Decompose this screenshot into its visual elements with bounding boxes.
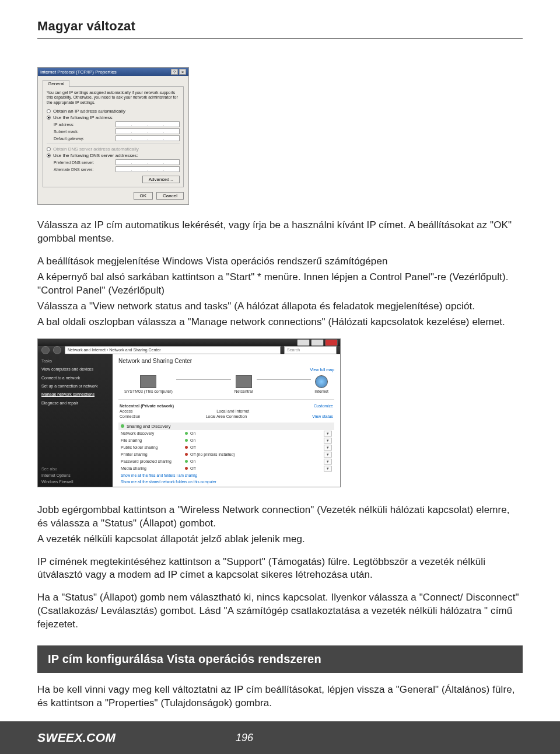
ip-properties-dialog: Internet Protocol (TCP/IP) Properties ? …: [37, 67, 189, 205]
subnet-mask-label: Subnet mask:: [54, 130, 79, 134]
view-full-map-link[interactable]: View full map: [310, 368, 334, 372]
chevron-down-icon[interactable]: ▾: [324, 445, 332, 451]
row-label: Media sharing: [121, 466, 185, 470]
radio-use-following-dns[interactable]: Use the following DNS server addresses:: [47, 153, 180, 158]
nav-forward-icon[interactable]: [53, 346, 61, 354]
computer-icon: [140, 375, 156, 388]
footer-link-1[interactable]: Show me all the files and folders I am s…: [118, 472, 334, 479]
vista-sidebar: Tasks View computers and devices Connect…: [38, 354, 113, 487]
view-status-link[interactable]: View status: [312, 414, 333, 418]
minimize-icon[interactable]: [297, 339, 310, 346]
alternate-dns-input[interactable]: ...: [116, 166, 180, 172]
radio-use-following-ip[interactable]: Use the following IP address:: [47, 115, 180, 120]
customize-link[interactable]: Customize: [314, 404, 333, 408]
dialog-titlebar: Internet Protocol (TCP/IP) Properties ? …: [38, 68, 188, 76]
vista-network-center-window: Network and Internet › Network and Shari…: [37, 338, 341, 487]
map-node-internet-label: Internet: [314, 389, 328, 393]
paragraph-5: Ha a "Status" (Állapot) gomb nem választ…: [37, 591, 523, 631]
sidebar-seealso-header: See also: [41, 467, 109, 471]
dialog-title: Internet Protocol (TCP/IP) Properties: [40, 69, 117, 75]
map-node-network-label: Netcentral: [235, 389, 253, 393]
status-dot-icon: [185, 446, 188, 449]
radio-label: Obtain an IP address automatically: [53, 109, 125, 114]
status-dot-icon: [185, 439, 188, 442]
radio-obtain-ip-auto[interactable]: Obtain an IP address automatically: [47, 109, 180, 114]
sidebar-item-diagnose-repair[interactable]: Diagnose and repair: [41, 401, 109, 406]
row-public-folder-sharing: Public folder sharing Off ▾: [118, 444, 334, 451]
network-map: SYSTM03 (This computer) Netcentral Inter…: [118, 373, 334, 400]
default-gateway-input[interactable]: ...: [116, 135, 180, 141]
network-icon: [236, 375, 252, 388]
chevron-down-icon[interactable]: ▾: [324, 438, 332, 444]
chevron-down-icon[interactable]: ▾: [324, 452, 332, 458]
row-network-discovery: Network discovery On ▾: [118, 430, 334, 437]
paragraph-2b: A képernyő bal alsó sarkában kattintson …: [37, 271, 523, 298]
row-value: Off (no printers installed): [190, 452, 324, 456]
paragraph-2c: Válassza a "View network status and task…: [37, 300, 523, 313]
cancel-button[interactable]: Cancel: [156, 192, 184, 200]
sidebar-tasks-header: Tasks: [41, 359, 109, 364]
chevron-down-icon[interactable]: ▾: [324, 459, 332, 465]
access-value: Local and Internet: [216, 409, 249, 413]
ip-address-label: IP address:: [54, 123, 74, 127]
breadcrumb[interactable]: Network and Internet › Network and Shari…: [65, 346, 281, 354]
header-rule: [37, 39, 523, 39]
map-node-internet: Internet: [314, 375, 328, 393]
sidebar-item-internet-options[interactable]: Internet Options: [41, 473, 109, 477]
section-heading-ip-config-vista: IP cím konfigurálása Vista operációs ren…: [37, 645, 523, 673]
map-node-pc-label: SYSTM03 (This computer): [124, 389, 173, 393]
help-icon[interactable]: ?: [171, 69, 178, 75]
status-dot-icon: [121, 424, 124, 428]
ok-button[interactable]: OK: [134, 192, 153, 200]
search-input[interactable]: Search: [284, 346, 337, 354]
sidebar-item-setup-connection[interactable]: Set up a connection or network: [41, 384, 109, 389]
page-footer: SWEEX.COM 196: [0, 721, 560, 754]
advanced-button[interactable]: Advanced...: [142, 176, 180, 183]
status-dot-icon: [185, 460, 188, 463]
paragraph-4: IP címének megtekintéséhez kattintson a …: [37, 556, 523, 582]
maximize-icon[interactable]: [311, 339, 324, 346]
paragraph-6: Ha be kell vinni vagy meg kell változtat…: [37, 683, 523, 710]
footer-page-number: 196: [210, 732, 253, 743]
tab-general[interactable]: General: [43, 80, 69, 87]
close-icon[interactable]: [325, 339, 338, 346]
nav-back-icon[interactable]: [41, 346, 50, 354]
dialog-description: You can get IP settings assigned automat…: [47, 90, 180, 105]
row-password-protected-sharing: Password protected sharing On ▾: [118, 458, 334, 465]
preferred-dns-input[interactable]: ...: [116, 159, 180, 165]
chevron-down-icon[interactable]: ▾: [324, 466, 332, 472]
sidebar-item-connect-network[interactable]: Connect to a network: [41, 376, 109, 381]
sidebar-item-view-computers[interactable]: View computers and devices: [41, 367, 109, 372]
preferred-dns-label: Preferred DNS server:: [54, 160, 94, 165]
row-printer-sharing: Printer sharing Off (no printers install…: [118, 451, 334, 458]
radio-label: Use the following IP address:: [53, 115, 113, 120]
sharing-discovery-header: Sharing and Discovery: [118, 423, 334, 430]
status-dot-icon: [185, 453, 188, 456]
alternate-dns-label: Alternate DNS server:: [54, 167, 93, 172]
sidebar-item-manage-connections[interactable]: Manage network connections: [41, 392, 109, 397]
radio-label: Use the following DNS server addresses:: [53, 153, 138, 158]
paragraph-2d: A bal oldali oszlopban válassza a "Manag…: [37, 316, 523, 329]
vista-toolbar: Network and Internet › Network and Shari…: [38, 346, 340, 354]
footer-link-2[interactable]: Show me all the shared network folders o…: [118, 479, 334, 485]
vista-content: Network and Sharing Center View full map…: [113, 354, 340, 487]
search-placeholder: Search: [287, 348, 300, 352]
ip-address-input[interactable]: ...: [116, 121, 180, 127]
chevron-down-icon[interactable]: ▾: [324, 431, 332, 437]
close-icon[interactable]: ×: [179, 69, 186, 75]
row-value: On: [190, 431, 324, 435]
network-center-title: Network and Sharing Center: [118, 358, 334, 364]
sidebar-item-windows-firewall[interactable]: Windows Firewall: [41, 480, 109, 484]
paragraph-1: Válassza az IP cím automatikus lekérését…: [37, 219, 523, 246]
footer-brand: SWEEX.COM: [0, 731, 210, 745]
radio-obtain-dns-auto[interactable]: Obtain DNS server address automatically: [47, 146, 180, 152]
subnet-mask-input[interactable]: ...: [116, 128, 180, 134]
network-name-label: Netcentral (Private network): [120, 404, 174, 408]
radio-icon: [47, 147, 51, 151]
row-file-sharing: File sharing On ▾: [118, 437, 334, 444]
connection-label: Connection: [120, 414, 140, 418]
radio-icon: [47, 153, 51, 158]
paragraph-2a: A beállítások megjelenítése Windows Vist…: [37, 255, 523, 268]
paragraph-3a: Jobb egérgombbal kattintson a "Wireless …: [37, 504, 523, 530]
row-label: Public folder sharing: [121, 445, 185, 449]
